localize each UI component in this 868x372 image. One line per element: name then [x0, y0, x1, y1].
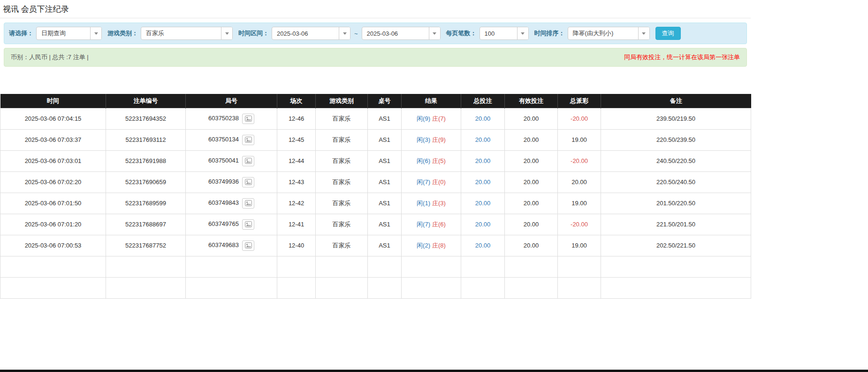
cell-bet-id: 522317689599: [106, 193, 186, 214]
result-player: 闲(9): [417, 115, 430, 122]
total-bet-link[interactable]: 20.00: [475, 115, 491, 122]
cell-remark: 220.50/240.50: [601, 171, 751, 193]
query-type-select[interactable]: 日期查询: [36, 27, 102, 40]
cell-empty: [186, 256, 277, 277]
chevron-down-icon[interactable]: [90, 27, 101, 39]
col-total-bet: 总投注: [461, 94, 505, 108]
cell-round: 603749936: [186, 171, 277, 193]
page-root: 视讯 会员下注纪录 请选择： 日期查询 游戏类别： 百家乐 时间区间： 2025…: [0, 0, 751, 299]
video-replay-icon[interactable]: [242, 156, 254, 166]
cell-table: AS1: [368, 193, 402, 214]
page-size-select[interactable]: 100: [480, 27, 529, 40]
chevron-down-icon[interactable]: [429, 27, 440, 39]
round-number: 603750134: [208, 136, 239, 143]
table-header-row: 时间 注单编号 局号 场次 游戏类别 桌号 结果 总投注 有效投注 总派彩 备注: [0, 94, 751, 108]
cell-payout: 19.00: [558, 193, 601, 214]
total-bet-link[interactable]: 20.00: [475, 178, 491, 186]
cell-valid-bet: 20.00: [505, 108, 558, 129]
round-number: 603749683: [208, 241, 239, 248]
video-replay-icon[interactable]: [242, 114, 254, 124]
cell-empty: [368, 277, 402, 298]
result-player: 闲(7): [417, 221, 430, 228]
cell-session: 12-41: [277, 214, 316, 235]
table-row-highlighted: 2025-03-06 07:03:01 522317691988 6037500…: [0, 150, 751, 171]
sort-order-value: 降幂(由大到小): [568, 29, 638, 38]
cell-time: 2025-03-06 07:01:20: [0, 214, 106, 235]
game-category-select[interactable]: 百家乐: [141, 27, 233, 40]
date-from-select[interactable]: 2025-03-06: [272, 27, 350, 40]
sort-order-label: 时间排序：: [534, 29, 565, 38]
cell-time: 2025-03-06 07:01:50: [0, 193, 106, 214]
total-bet-link[interactable]: 20.00: [475, 242, 491, 249]
cell-payout: 19.00: [558, 129, 601, 150]
cell-remark: 221.50/201.50: [601, 214, 751, 235]
result-player: 闲(6): [417, 157, 430, 164]
table-row: 2025-03-06 07:02:20 522317690659 6037499…: [0, 171, 751, 193]
search-button[interactable]: 查询: [655, 27, 681, 40]
cell-time: 2025-03-06 07:03:37: [0, 129, 106, 150]
total-bet-link[interactable]: 20.00: [475, 200, 491, 207]
col-remark: 备注: [601, 94, 751, 108]
cell-game-type: 百家乐: [316, 108, 368, 129]
cell-payout: -20.00: [558, 108, 601, 129]
chevron-down-icon[interactable]: [638, 27, 649, 39]
grand-total-count: 7: [106, 277, 186, 298]
total-bet-link[interactable]: 20.00: [475, 157, 491, 164]
chevron-down-icon[interactable]: [221, 27, 232, 39]
bet-records-table: 时间 注单编号 局号 场次 游戏类别 桌号 结果 总投注 有效投注 总派彩 备注…: [0, 94, 751, 299]
result-player: 闲(2): [417, 242, 430, 249]
date-range-separator: ~: [353, 30, 359, 37]
cell-table: AS1: [368, 150, 402, 171]
video-replay-icon[interactable]: [242, 240, 254, 251]
currency-total-text: 币别：人民币 | 总共 :7 注单 |: [11, 53, 89, 62]
cell-table: AS1: [368, 235, 402, 256]
cell-valid-bet: 20.00: [505, 129, 558, 150]
cell-valid-bet: 20.00: [505, 214, 558, 235]
video-replay-icon[interactable]: [242, 177, 254, 187]
subtotal-count: 7: [106, 256, 186, 277]
date-to-select[interactable]: 2025-03-06: [362, 27, 441, 40]
round-number: 603750238: [208, 115, 239, 122]
cell-round: 603749683: [186, 235, 277, 256]
cell-bet-id: 522317694352: [106, 108, 186, 129]
cell-remark: 240.50/220.50: [601, 150, 751, 171]
cell-total-bet: 20.00: [461, 235, 505, 256]
cell-valid-bet: 20.00: [505, 171, 558, 193]
game-category-label: 游戏类别：: [107, 29, 138, 38]
subtotal-label: 小计: [0, 256, 106, 277]
cell-payout: 19.00: [558, 235, 601, 256]
cell-total-bet: 20.00: [461, 193, 505, 214]
result-banker: 庄(3): [432, 200, 446, 207]
video-replay-icon[interactable]: [242, 135, 254, 145]
video-replay-icon[interactable]: [242, 219, 254, 230]
round-number: 603749936: [208, 178, 239, 185]
chevron-down-icon[interactable]: [339, 27, 350, 39]
chevron-down-icon[interactable]: [517, 27, 528, 39]
table-row: 2025-03-06 07:01:50 522317689599 6037498…: [0, 193, 751, 214]
cell-empty: [368, 256, 402, 277]
result-banker: 庄(9): [432, 136, 446, 143]
date-range-label: 时间区间：: [238, 29, 269, 38]
summary-bar: 币别：人民币 | 总共 :7 注单 | 同局有效投注，统一计算在该局第一张注单: [4, 48, 747, 67]
cell-bet-id: 522317691988: [106, 150, 186, 171]
cell-result: 闲(2)庄(8): [402, 235, 461, 256]
round-number: 603750041: [208, 157, 239, 164]
video-replay-icon[interactable]: [242, 198, 254, 209]
cell-session: 12-45: [277, 129, 316, 150]
cell-table: AS1: [368, 108, 402, 129]
sort-order-select[interactable]: 降幂(由大到小): [568, 27, 650, 40]
page-size-label: 每页笔数：: [446, 29, 477, 38]
grand-total-row: 总计 7 140.00 140.00 17.00: [0, 277, 751, 298]
subtotal-total-bet: 140.00: [461, 256, 505, 277]
grand-total-payout: 17.00: [558, 277, 601, 298]
cell-time: 2025-03-06 07:00:53: [0, 235, 106, 256]
cell-time: 2025-03-06 07:03:01: [0, 150, 106, 171]
result-banker: 庄(0): [432, 178, 446, 186]
total-bet-link[interactable]: 20.00: [475, 136, 491, 143]
total-bet-link[interactable]: 20.00: [475, 221, 491, 228]
cell-empty: [601, 277, 751, 298]
cell-bet-id: 522317693112: [106, 129, 186, 150]
cell-session: 12-44: [277, 150, 316, 171]
cell-total-bet: 20.00: [461, 171, 505, 193]
cell-round: 603749843: [186, 193, 277, 214]
